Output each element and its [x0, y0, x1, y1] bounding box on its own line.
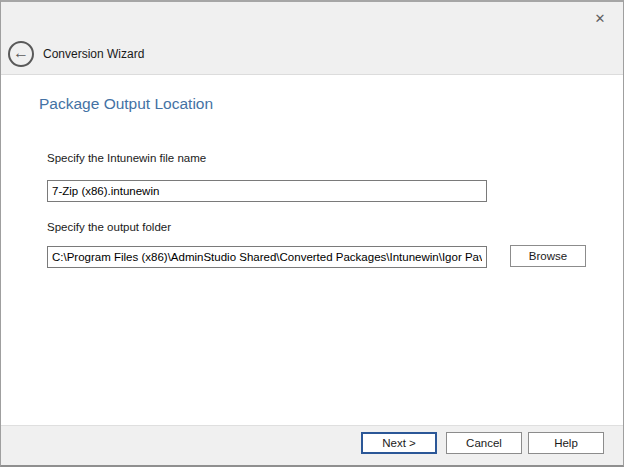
- output-folder-input[interactable]: [47, 246, 487, 268]
- browse-button[interactable]: Browse: [510, 245, 586, 267]
- filename-field-label: Specify the Intunewin file name: [47, 152, 206, 164]
- back-button[interactable]: ←: [8, 41, 34, 67]
- output-folder-field-label: Specify the output folder: [47, 221, 171, 233]
- help-button[interactable]: Help: [528, 432, 604, 454]
- wizard-title: Conversion Wizard: [43, 47, 144, 61]
- next-button[interactable]: Next >: [361, 432, 437, 454]
- conversion-wizard-dialog: ✕ ← Conversion Wizard Package Output Loc…: [0, 0, 624, 467]
- filename-input[interactable]: [47, 180, 487, 202]
- close-icon[interactable]: ✕: [591, 9, 609, 27]
- wizard-header: ✕ ← Conversion Wizard: [1, 2, 623, 75]
- footer-bar: Next > Cancel Help: [1, 425, 623, 465]
- back-arrow-icon: ←: [13, 45, 29, 61]
- cancel-button[interactable]: Cancel: [446, 432, 522, 454]
- page-title: Package Output Location: [39, 95, 213, 113]
